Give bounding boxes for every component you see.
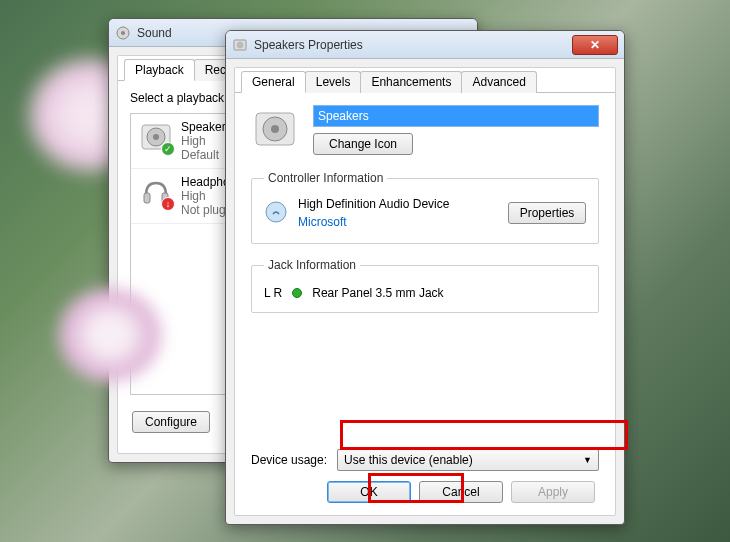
speaker-icon: ✓: [139, 120, 173, 154]
ok-button[interactable]: OK: [327, 481, 411, 503]
tab-advanced[interactable]: Advanced: [461, 71, 536, 93]
dialog-footer: OK Cancel Apply: [251, 481, 599, 507]
jack-lr: L R: [264, 286, 282, 300]
jack-legend: Jack Information: [264, 258, 360, 272]
svg-point-1: [121, 31, 125, 35]
change-icon-button[interactable]: Change Icon: [313, 133, 413, 155]
general-panel: Change Icon Controller Information High …: [235, 93, 615, 515]
check-icon: ✓: [161, 142, 175, 156]
device-usage-combo[interactable]: Use this device (enable) ▼: [337, 449, 599, 471]
tab-levels[interactable]: Levels: [305, 71, 362, 93]
apply-button: Apply: [511, 481, 595, 503]
controller-properties-button[interactable]: Properties: [508, 202, 586, 224]
properties-body: General Levels Enhancements Advanced Cha…: [234, 67, 616, 516]
close-icon: ✕: [590, 38, 600, 52]
device-usage-label: Device usage:: [251, 453, 327, 467]
tab-enhancements[interactable]: Enhancements: [360, 71, 462, 93]
chevron-down-icon: ▼: [583, 455, 592, 465]
controller-legend: Controller Information: [264, 171, 387, 185]
jack-color-icon: [292, 288, 302, 298]
device-large-icon: [251, 105, 299, 153]
cancel-button[interactable]: Cancel: [419, 481, 503, 503]
device-name-input[interactable]: [313, 105, 599, 127]
tab-playback[interactable]: Playback: [124, 59, 195, 81]
configure-button[interactable]: Configure: [132, 411, 210, 433]
jack-info-group: Jack Information L R Rear Panel 3.5 mm J…: [251, 258, 599, 313]
close-button[interactable]: ✕: [572, 35, 618, 55]
controller-device: High Definition Audio Device: [298, 195, 498, 213]
controller-info-group: Controller Information High Definition A…: [251, 171, 599, 244]
svg-rect-5: [144, 193, 150, 203]
headphone-icon: ↓: [139, 175, 173, 209]
device-usage-row: Device usage: Use this device (enable) ▼: [251, 443, 599, 481]
svg-point-4: [153, 134, 159, 140]
controller-icon: [264, 200, 288, 227]
properties-tabs: General Levels Enhancements Advanced: [235, 70, 615, 93]
device-usage-value: Use this device (enable): [344, 453, 473, 467]
properties-title: Speakers Properties: [254, 38, 572, 52]
properties-window: Speakers Properties ✕ General Levels Enh…: [225, 30, 625, 525]
arrow-down-icon: ↓: [161, 197, 175, 211]
controller-vendor-link[interactable]: Microsoft: [298, 213, 498, 231]
tab-general[interactable]: General: [241, 71, 306, 93]
properties-titlebar[interactable]: Speakers Properties ✕: [226, 31, 624, 59]
speaker-icon: [232, 37, 248, 53]
svg-point-8: [237, 41, 244, 48]
jack-label: Rear Panel 3.5 mm Jack: [312, 286, 443, 300]
svg-point-11: [271, 125, 279, 133]
sound-icon: [115, 25, 131, 41]
